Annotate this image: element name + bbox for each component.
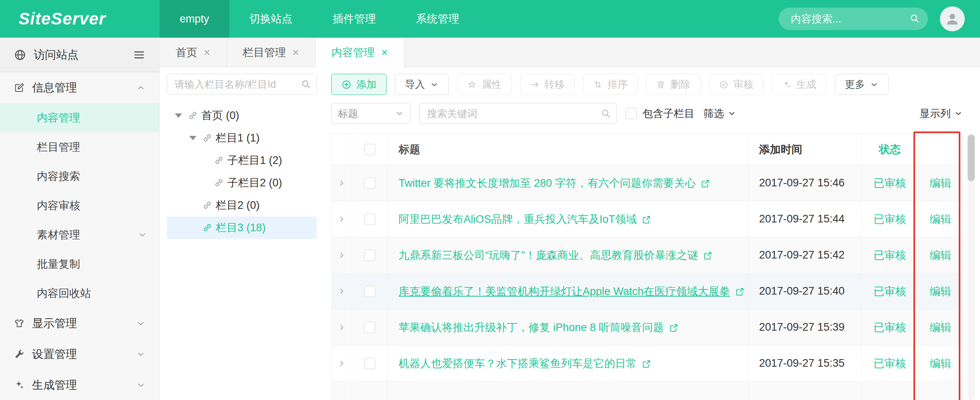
select-all-checkbox[interactable]	[364, 144, 375, 155]
content-table-wrap: 标题 添加时间 状态 Twitter 要将推文长度增加至 280 字符，有六个问…	[331, 133, 963, 400]
tab-content-management[interactable]: 内容管理 ×	[316, 38, 404, 67]
row-checkbox[interactable]	[364, 178, 375, 189]
keyword-input[interactable]	[419, 103, 617, 124]
delete-button[interactable]: 删除	[646, 74, 701, 95]
sidebar-item-content-search[interactable]: 内容搜索	[0, 162, 159, 191]
nav-item-site-empty[interactable]: empty	[160, 0, 229, 38]
caret-down-icon[interactable]	[188, 136, 198, 140]
app-logo[interactable]: SiteServer	[0, 0, 160, 38]
row-checkbox[interactable]	[364, 214, 375, 225]
chevron-right-icon	[337, 251, 346, 260]
tab-channel-management[interactable]: 栏目管理 ×	[227, 38, 315, 67]
sidebar-item-content-management[interactable]: 内容管理	[0, 103, 159, 132]
search-field-select[interactable]: 标题	[331, 103, 411, 124]
row-add-time: 2017-09-27 15:46	[748, 165, 861, 201]
tree-node-channel1[interactable]: 栏目1 (1)	[167, 127, 317, 149]
import-button[interactable]: 导入	[395, 74, 449, 95]
sidebar-section-generate[interactable]: 生成管理	[0, 370, 159, 400]
channel-tree-panel: 首页 (0) 栏目1 (1) 子栏目1 (2)	[160, 67, 324, 400]
edit-link[interactable]: 编辑	[930, 248, 952, 263]
nav-item-switch-site[interactable]: 切换站点	[229, 0, 313, 38]
row-expand-button[interactable]	[332, 201, 352, 237]
row-expand-button[interactable]	[332, 345, 352, 381]
sidebar-item-material-management[interactable]: 素材管理	[0, 220, 159, 249]
search-icon[interactable]	[301, 79, 311, 89]
tree-node-label: 子栏目1 (2)	[227, 153, 282, 168]
tree-node-home[interactable]: 首页 (0)	[167, 104, 317, 127]
sidebar-section-settings[interactable]: 设置管理	[0, 339, 159, 370]
table-row[interactable]: 苹果确认将推出升级补丁，修复 iPhone 8 听筒噪音问题 2017-09-2…	[332, 309, 962, 345]
close-icon[interactable]: ×	[204, 46, 210, 59]
edit-link[interactable]: 编辑	[930, 284, 952, 299]
content-search-input[interactable]	[779, 8, 949, 30]
content-title-link[interactable]: 库克要偷着乐了！美监管机构开绿灯让Apple Watch在医疗领域大展拳	[399, 285, 730, 297]
row-checkbox[interactable]	[364, 322, 375, 333]
content-title-link[interactable]: 苹果确认将推出升级补丁，修复 iPhone 8 听筒噪音问题	[399, 321, 664, 333]
table-row[interactable]: 九鼎系新三板公司“玩嗨了”！庞森商业、高思教育股价暴涨之谜 2017-09-27…	[332, 237, 962, 273]
nav-item-system-management[interactable]: 系统管理	[396, 0, 480, 38]
visit-site-link[interactable]: 访问站点	[34, 47, 133, 63]
filter-dropdown[interactable]: 筛选	[703, 107, 736, 121]
row-expand-button[interactable]	[332, 237, 352, 273]
row-checkbox[interactable]	[364, 250, 375, 261]
content-list-panel: 添加 导入 属性 转移	[324, 67, 980, 400]
sidebar-section-display[interactable]: 显示管理	[0, 308, 159, 339]
status-badge: 已审核	[861, 273, 918, 309]
close-icon[interactable]: ×	[381, 46, 388, 59]
row-checkbox[interactable]	[364, 286, 375, 297]
table-row[interactable]: 库克要偷着乐了！美监管机构开绿灯让Apple Watch在医疗领域大展拳 201…	[332, 273, 962, 309]
chevron-down-icon	[136, 380, 146, 390]
tree-node-subchannel2[interactable]: 子栏目2 (0)	[167, 172, 317, 194]
link-icon	[202, 200, 213, 210]
row-expand-button[interactable]	[332, 309, 352, 345]
more-button[interactable]: 更多	[835, 74, 889, 95]
link-icon	[214, 178, 224, 188]
transfer-button[interactable]: 转移	[520, 74, 575, 95]
content-title-link[interactable]: Twitter 要将推文长度增加至 280 字符，有六个问题你需要关心	[399, 177, 696, 189]
table-row[interactable]: Twitter 要将推文长度增加至 280 字符，有六个问题你需要关心 2017…	[332, 165, 962, 201]
search-icon[interactable]	[601, 108, 611, 119]
review-button-label: 审核	[733, 78, 753, 91]
vertical-scrollbar[interactable]	[968, 133, 975, 400]
row-expand-button[interactable]	[332, 165, 352, 201]
review-button[interactable]: 审核	[709, 74, 763, 95]
status-badge: 已审核	[861, 201, 918, 237]
add-button[interactable]: 添加	[331, 74, 387, 95]
row-checkbox[interactable]	[364, 358, 375, 369]
sidebar-item-recycle-bin[interactable]: 内容回收站	[0, 279, 159, 308]
content-title-link[interactable]: 阿里巴巴发布AliOS品牌，重兵投入汽车及IoT领域	[399, 213, 637, 225]
sidebar-toggle-icon[interactable]	[133, 48, 146, 61]
content-title-link[interactable]: 机器人也爱搭便车？水下搭乘鲨鱼列车是它的日常	[399, 358, 637, 370]
edit-link[interactable]: 编辑	[930, 212, 952, 226]
nav-item-plugin-management[interactable]: 插件管理	[313, 0, 396, 38]
tab-home[interactable]: 首页 ×	[160, 38, 227, 67]
caret-down-icon[interactable]	[173, 113, 184, 118]
display-columns-dropdown[interactable]: 显示列	[919, 107, 963, 121]
channel-search-input[interactable]	[167, 74, 317, 95]
sidebar-item-label: 素材管理	[37, 228, 138, 242]
sidebar-item-content-review[interactable]: 内容审核	[0, 191, 159, 220]
scrollbar-thumb[interactable]	[968, 135, 975, 181]
include-children-checkbox[interactable]	[626, 108, 637, 119]
edit-link[interactable]: 编辑	[930, 176, 952, 190]
search-icon[interactable]	[909, 13, 920, 24]
tree-node-channel3[interactable]: 栏目3 (18)	[167, 216, 317, 239]
close-icon[interactable]: ×	[292, 46, 299, 59]
sidebar-item-channel-management[interactable]: 栏目管理	[0, 132, 159, 162]
tree-node-subchannel1[interactable]: 子栏目1 (2)	[167, 149, 317, 172]
table-row[interactable]: 阿里巴巴发布AliOS品牌，重兵投入汽车及IoT领域 2017-09-27 15…	[332, 201, 962, 237]
generate-button[interactable]: 生成	[772, 74, 826, 95]
edit-link[interactable]: 编辑	[930, 320, 952, 335]
content-title-link[interactable]: 九鼎系新三板公司“玩嗨了”！庞森商业、高思教育股价暴涨之谜	[399, 249, 698, 261]
row-expand-button[interactable]	[332, 273, 352, 309]
sidebar-section-label: 信息管理	[32, 80, 136, 95]
sidebar-item-batch-copy[interactable]: 批量复制	[0, 249, 159, 279]
row-title-cell: 九鼎系新三板公司“玩嗨了”！庞森商业、高思教育股价暴涨之谜	[387, 237, 748, 273]
table-row[interactable]: 机器人也爱搭便车？水下搭乘鲨鱼列车是它的日常 2017-09-27 15:35 …	[332, 345, 962, 382]
edit-link[interactable]: 编辑	[930, 356, 952, 371]
attribute-button[interactable]: 属性	[457, 74, 512, 95]
tree-node-channel2[interactable]: 栏目2 (0)	[167, 194, 317, 216]
sidebar-section-info[interactable]: 信息管理	[0, 72, 159, 103]
sort-button[interactable]: 排序	[583, 74, 638, 95]
sidebar-section-label: 生成管理	[32, 378, 136, 393]
